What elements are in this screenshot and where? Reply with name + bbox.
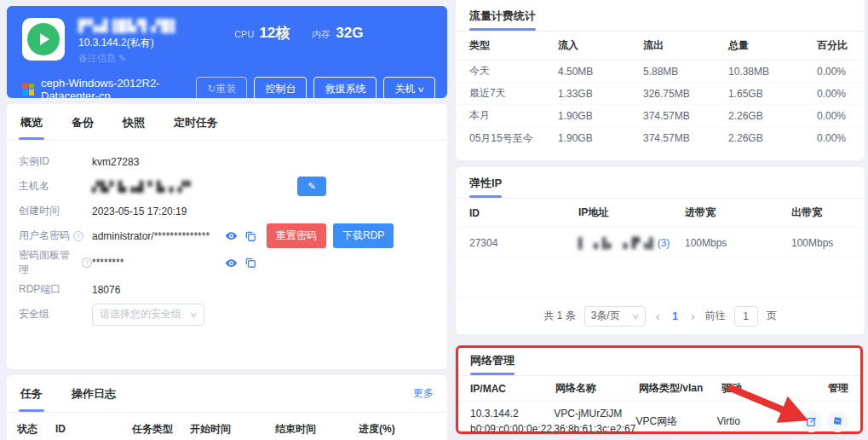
network-name: VPC-jMUrZiJM36:8b:61:3c:e2:67 xyxy=(554,406,635,437)
col-out-bandwidth: 出带宽 xyxy=(791,206,851,220)
memory-label: 内存 xyxy=(312,28,331,41)
col-in-bandwidth: 进带宽 xyxy=(685,206,791,220)
rescue-system-button[interactable]: 救援系统 xyxy=(313,77,377,101)
eip-table-header: ID IP地址 进带宽 出带宽 xyxy=(456,199,865,228)
tab-snapshot[interactable]: 快照 xyxy=(121,104,147,140)
vm-name-redacted: ▛▚▟▐█▙▜ ▞█▌ xyxy=(78,18,180,34)
edit-icon: ✎ xyxy=(308,181,316,191)
col-manage: 管理 xyxy=(807,381,848,396)
field-credentials: 用户名密码? administrator/************** 重置密码… xyxy=(7,223,447,248)
col-id: ID xyxy=(55,423,132,435)
page-unit-label: 页 xyxy=(767,309,777,323)
console-button[interactable]: 控制台 xyxy=(254,77,307,101)
copy-icon xyxy=(244,230,256,242)
col-id: ID xyxy=(469,207,578,219)
page-size-select[interactable]: 3条/页∨ xyxy=(584,306,646,327)
tab-tasks[interactable]: 任务 xyxy=(19,375,44,412)
col-ip-mac: IP/MAC xyxy=(470,383,555,395)
field-instance-id: 实例ID kvm27283 xyxy=(7,149,447,174)
network-note-button[interactable] xyxy=(827,411,848,432)
tasks-panel: 任务 操作日志 更多 状态 ID 任务类型 开始时间 结束时间 进度(%) xyxy=(7,375,447,440)
memory-value: 32G xyxy=(336,25,363,42)
network-management-panel: 网络管理 IP/MAC 网络名称 网络类型/vlan 驱动 管理 10.3.14… xyxy=(456,345,863,434)
play-icon xyxy=(27,23,60,55)
rdp-port-label: RDP端口 xyxy=(19,282,92,297)
col-ip-address: IP地址 xyxy=(578,206,685,220)
col-type: 类型 xyxy=(469,38,558,53)
copy-icon xyxy=(244,257,256,269)
instance-id-label: 实例ID xyxy=(19,154,92,169)
instance-id-value: kvm27283 xyxy=(92,156,139,168)
next-page-button[interactable]: › xyxy=(689,310,697,323)
eip-out-bandwidth: 100Mbps xyxy=(791,237,851,249)
security-group-select[interactable]: 请选择您的安全组 ∨ xyxy=(92,304,204,326)
elastic-ip-panel: 弹性IP ID IP地址 进带宽 出带宽 27304 ▌ ▗▐▖ ▗ ▛▗▌(3… xyxy=(456,167,865,334)
overview-tabbar: 概览 备份 快照 定时任务 xyxy=(7,104,447,141)
network-table-header: IP/MAC 网络名称 网络类型/vlan 驱动 管理 xyxy=(458,376,860,402)
prev-page-button[interactable]: ‹ xyxy=(654,310,662,323)
cpu-label: CPU xyxy=(234,29,254,39)
note-tag-icon xyxy=(832,416,843,427)
hostname-value-redacted: ▞▙▘▙▗▟▝ ▙▗ ▞▘ xyxy=(92,181,195,193)
windows-logo-icon xyxy=(22,84,34,96)
panel-password-value: ******** xyxy=(92,257,221,269)
col-inflow: 流入 xyxy=(558,38,643,53)
field-created-time: 创建时间 2023-05-15 17:20:19 xyxy=(7,199,447,223)
network-type: VPC网络 xyxy=(636,414,717,429)
vm-private-ip: 10.3.144.2(私有) xyxy=(78,36,180,49)
hostname-edit-button[interactable]: ✎ xyxy=(297,177,326,196)
vm-note-edit[interactable]: 备注信息 ✎ xyxy=(78,52,180,65)
eip-ip-count-link[interactable]: (3) xyxy=(658,237,670,249)
cpu-value: 12核 xyxy=(259,23,290,43)
tasks-tabbar: 任务 操作日志 更多 xyxy=(7,375,447,413)
network-ip-mac: 10.3.144.2b0:09:c0:00:0e:22 xyxy=(470,406,554,437)
credentials-value: administrator/************** xyxy=(92,230,221,242)
tab-overview[interactable]: 概览 xyxy=(19,104,44,140)
eip-in-bandwidth: 100Mbps xyxy=(685,237,791,249)
field-security-group: 安全组 请选择您的安全组 ∨ xyxy=(7,302,447,327)
panel-password-label: 密码面板管理? xyxy=(19,248,92,277)
reset-password-button[interactable]: 重置密码 xyxy=(267,223,326,248)
vm-header-card: ▛▚▟▐█▙▜ ▞█▌ 10.3.144.2(私有) 备注信息 ✎ CPU 12… xyxy=(7,6,447,98)
page-number[interactable]: 1 xyxy=(670,310,681,322)
shutdown-button[interactable]: 关机∨ xyxy=(383,77,435,101)
eye-icon xyxy=(225,257,238,269)
table-row: 05月15号至今 1.90GB 374.57MB 2.26GB 0.00% xyxy=(456,127,865,149)
tab-backup[interactable]: 备份 xyxy=(70,104,95,140)
pagination: 共 1 条 3条/页∨ ‹ 1 › 前往 页 xyxy=(456,297,865,334)
col-total: 总量 xyxy=(728,38,817,53)
tasks-more-link[interactable]: 更多 xyxy=(411,375,435,412)
traffic-table-header: 类型 流入 流出 总量 百分比 xyxy=(456,32,865,61)
info-icon: ? xyxy=(82,258,92,268)
created-time-value: 2023-05-15 17:20:19 xyxy=(92,206,187,217)
tab-scheduled-tasks[interactable]: 定时任务 xyxy=(172,104,220,140)
chevron-down-icon: ∨ xyxy=(190,310,198,319)
overview-panel: 概览 备份 快照 定时任务 实例ID kvm27283 主机名 ▞▙▘▙▗▟▝ … xyxy=(7,104,447,369)
created-time-label: 创建时间 xyxy=(19,204,92,218)
network-edit-button[interactable] xyxy=(801,411,822,432)
pagination-total: 共 1 条 xyxy=(543,309,575,323)
refresh-icon: ↻ xyxy=(207,83,216,95)
col-driver: 驱动 xyxy=(721,381,807,396)
show-password-button[interactable] xyxy=(221,229,241,242)
download-rdp-button[interactable]: 下载RDP xyxy=(333,223,394,248)
tab-operation-log[interactable]: 操作日志 xyxy=(70,375,118,412)
goto-page-input[interactable] xyxy=(734,306,758,327)
copy-panel-password-button[interactable] xyxy=(241,257,260,269)
hostname-label: 主机名 xyxy=(19,179,92,194)
reinstall-button[interactable]: ↻重装 xyxy=(196,77,247,101)
security-group-placeholder: 请选择您的安全组 xyxy=(100,307,181,321)
table-row: 10.3.144.2b0:09:c0:00:0e:22 VPC-jMUrZiJM… xyxy=(458,402,860,440)
credentials-label: 用户名密码? xyxy=(19,229,92,243)
eye-icon xyxy=(225,229,238,242)
goto-label: 前往 xyxy=(705,309,726,323)
copy-password-button[interactable] xyxy=(241,230,260,242)
show-panel-password-button[interactable] xyxy=(221,257,241,269)
field-rdp-port: RDP端口 18076 xyxy=(7,277,447,302)
col-outflow: 流出 xyxy=(643,38,728,53)
table-row: 最近7天 1.33GB 326.75MB 1.65GB 0.00% xyxy=(456,83,865,105)
col-network-name: 网络名称 xyxy=(555,381,639,396)
tasks-table-header: 状态 ID 任务类型 开始时间 结束时间 进度(%) xyxy=(7,413,447,440)
edit-square-icon xyxy=(806,416,817,427)
traffic-title: 流量计费统计 xyxy=(469,9,536,31)
